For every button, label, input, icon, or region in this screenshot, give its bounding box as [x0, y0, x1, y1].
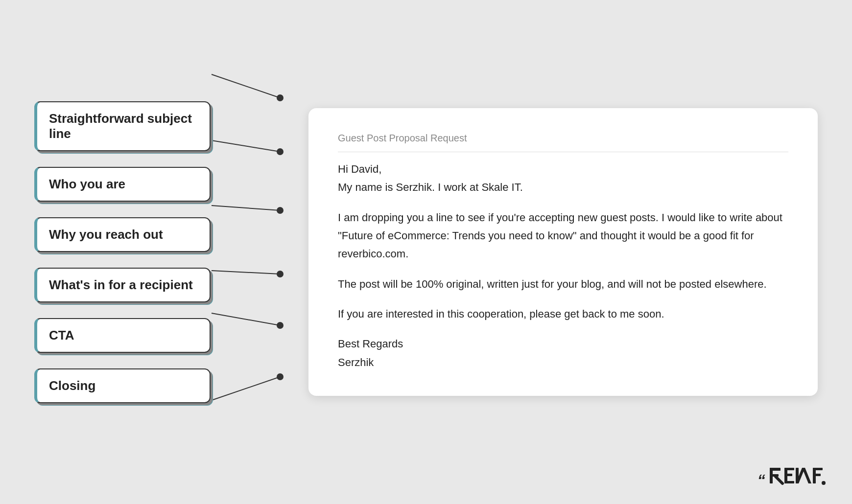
label-box-whats-in: What's in for a recipient [34, 268, 211, 302]
label-text-cta: CTA [49, 328, 74, 343]
email-body: Hi David, My name is Serzhik. I work at … [338, 160, 788, 372]
label-item-subject: Straightforward subject line [34, 101, 240, 151]
label-box-cta: CTA [34, 318, 211, 353]
svg-rect-18 [784, 481, 794, 483]
email-cta: If you are interested in this cooperatio… [338, 305, 788, 323]
label-text-closing: Closing [49, 378, 95, 393]
logo-text [764, 472, 828, 488]
svg-line-0 [212, 74, 280, 98]
svg-point-26 [822, 481, 826, 485]
svg-rect-17 [784, 468, 794, 470]
labels-column: Straightforward subject line Who you are… [34, 101, 240, 403]
email-greeting: Hi David, [338, 163, 381, 175]
svg-line-15 [776, 477, 782, 483]
logo-watermark: “ [757, 466, 828, 489]
label-item-whats-in: What's in for a recipient [34, 268, 240, 302]
email-card: Guest Post Proposal Request Hi David, My… [308, 108, 818, 396]
content-wrapper: Straightforward subject line Who you are… [34, 101, 818, 403]
email-body2: The post will be 100% original, written … [338, 275, 788, 293]
email-subject: Guest Post Proposal Request [338, 133, 788, 152]
label-item-cta: CTA [34, 318, 240, 353]
svg-rect-13 [770, 468, 781, 471]
svg-rect-25 [813, 474, 821, 476]
email-closing-block: Best Regards Serzhik [338, 335, 788, 371]
svg-rect-24 [813, 468, 823, 470]
email-intro: My name is Serzhik. I work at Skale IT. [338, 181, 523, 193]
label-item-who: Who you are [34, 167, 240, 202]
label-box-who: Who you are [34, 167, 211, 202]
svg-marker-22 [802, 468, 811, 483]
label-text-whats-in: What's in for a recipient [49, 277, 193, 292]
reverb-logo-svg [769, 466, 828, 485]
label-item-closing: Closing [34, 368, 240, 403]
label-text-subject: Straightforward subject line [49, 111, 192, 141]
label-box-subject: Straightforward subject line [34, 101, 211, 151]
label-box-why: Why you reach out [34, 217, 211, 252]
email-closing: Best Regards [338, 338, 403, 350]
svg-point-1 [277, 94, 284, 101]
label-text-who: Who you are [49, 177, 125, 191]
label-text-why: Why you reach out [49, 227, 163, 242]
label-box-closing: Closing [34, 368, 211, 403]
email-greeting-line: Hi David, My name is Serzhik. I work at … [338, 160, 788, 197]
label-item-why: Why you reach out [34, 217, 240, 252]
email-body1: I am dropping you a line to see if you'r… [338, 208, 788, 263]
svg-rect-19 [784, 474, 792, 476]
email-signature: Serzhik [338, 356, 374, 368]
main-container: Straightforward subject line Who you are… [0, 0, 852, 504]
